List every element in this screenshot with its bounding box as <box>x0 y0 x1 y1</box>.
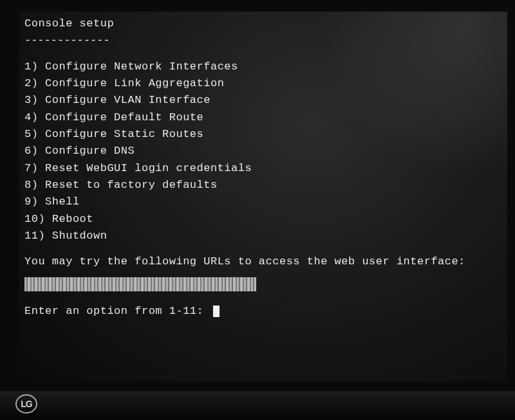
menu-item-7[interactable]: 7) Reset WebGUI login credentials <box>24 160 502 177</box>
menu-item-9[interactable]: 9) Shell <box>24 194 502 210</box>
prompt-row: Enter an option from 1-11: <box>24 303 502 320</box>
page-title: Console setup <box>24 15 502 32</box>
menu-item-8[interactable]: 8) Reset to factory defaults <box>24 177 502 194</box>
title-underline: ------------- <box>24 32 502 49</box>
menu-item-4[interactable]: 4) Configure Default Route <box>24 109 502 126</box>
option-input[interactable] <box>222 305 248 317</box>
monitor-bezel: LG <box>0 391 515 420</box>
menu-item-11[interactable]: 11) Shutdown <box>24 228 502 244</box>
menu-item-5[interactable]: 5) Configure Static Routes <box>24 126 502 143</box>
menu-item-2[interactable]: 2) Configure Link Aggregation <box>24 75 502 92</box>
url-hint: You may try the following URLs to access… <box>24 253 502 270</box>
cursor-icon <box>213 306 220 317</box>
redacted-urls <box>24 277 256 291</box>
menu-item-1[interactable]: 1) Configure Network Interfaces <box>24 59 502 75</box>
prompt-label: Enter an option from 1-11: <box>24 303 211 320</box>
menu-list: 1) Configure Network Interfaces2) Config… <box>24 59 502 245</box>
monitor-logo: LG <box>15 394 37 414</box>
console-screen: Console setup ------------- 1) Configure… <box>19 12 507 381</box>
menu-item-10[interactable]: 10) Reboot <box>24 211 502 228</box>
menu-item-6[interactable]: 6) Configure DNS <box>24 143 502 160</box>
menu-item-3[interactable]: 3) Configure VLAN Interface <box>24 92 502 109</box>
monitor-frame: Console setup ------------- 1) Configure… <box>0 0 515 420</box>
